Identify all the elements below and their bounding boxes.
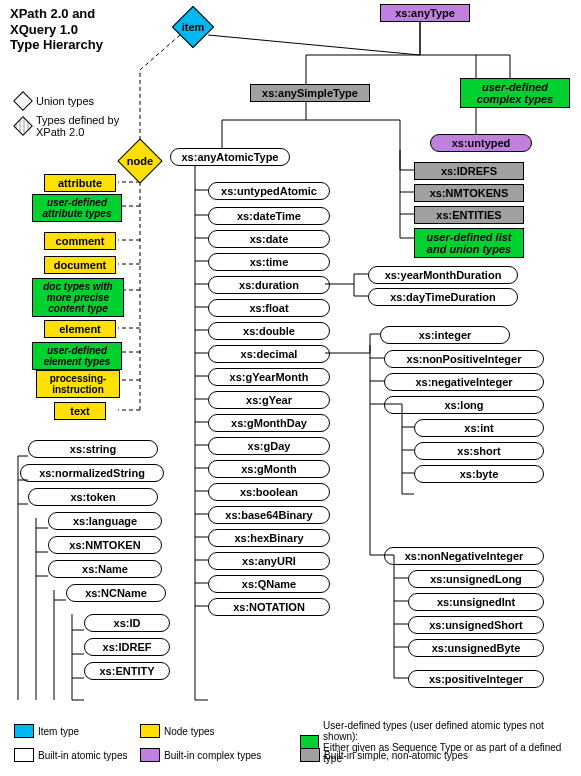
time: xs:time bbox=[208, 253, 330, 271]
gMonth: xs:gMonth bbox=[208, 460, 330, 478]
anySimpleType: xs:anySimpleType bbox=[250, 84, 370, 102]
language: xs:language bbox=[48, 512, 162, 530]
legend-complex: Built-in complex types bbox=[140, 748, 261, 762]
legend-xpath: Types defined by XPath 2.0 bbox=[12, 114, 132, 138]
gYear: xs:gYear bbox=[208, 391, 330, 409]
token: xs:token bbox=[28, 488, 158, 506]
normalizedString: xs:normalizedString bbox=[20, 464, 164, 482]
gYearMonth: xs:gYearMonth bbox=[208, 368, 330, 386]
nmtokens: xs:NMTOKENS bbox=[414, 184, 524, 202]
nonPositiveInteger: xs:nonPositiveInteger bbox=[384, 350, 544, 368]
legend-item: Item type bbox=[14, 724, 79, 738]
NOTATION: xs:NOTATION bbox=[208, 598, 330, 616]
NMTOKEN: xs:NMTOKEN bbox=[48, 536, 162, 554]
boolean: xs:boolean bbox=[208, 483, 330, 501]
dateTime: xs:dateTime bbox=[208, 207, 330, 225]
yearMonthDuration: xs:yearMonthDuration bbox=[368, 266, 518, 284]
user-list-union: user-defined list and union types bbox=[414, 228, 524, 258]
integer: xs:integer bbox=[380, 326, 510, 344]
duration: xs:duration bbox=[208, 276, 330, 294]
legend-union: Union types bbox=[12, 94, 94, 108]
node-proc-instr: processing-instruction bbox=[36, 370, 120, 398]
title: XPath 2.0 andXQuery 1.0Type Hierarchy bbox=[10, 6, 103, 53]
legend-node: Node types bbox=[140, 724, 215, 738]
ID: xs:ID bbox=[84, 614, 170, 632]
Name: xs:Name bbox=[48, 560, 162, 578]
decimal: xs:decimal bbox=[208, 345, 330, 363]
gMonthDay: xs:gMonthDay bbox=[208, 414, 330, 432]
negativeInteger: xs:negativeInteger bbox=[384, 373, 544, 391]
ENTITY: xs:ENTITY bbox=[84, 662, 170, 680]
unsignedByte: xs:unsignedByte bbox=[408, 639, 544, 657]
string: xs:string bbox=[28, 440, 158, 458]
nonNegativeInteger: xs:nonNegativeInteger bbox=[384, 547, 544, 565]
unsignedLong: xs:unsignedLong bbox=[408, 570, 544, 588]
legend-atom: Built-in atomic types bbox=[14, 748, 127, 762]
legend-simple: Built-in simple, non-atomic types bbox=[300, 748, 468, 762]
untyped: xs:untyped bbox=[430, 134, 532, 152]
int: xs:int bbox=[414, 419, 544, 437]
byte: xs:byte bbox=[414, 465, 544, 483]
unsignedShort: xs:unsignedShort bbox=[408, 616, 544, 634]
anyAtomicType: xs:anyAtomicType bbox=[170, 148, 290, 166]
date: xs:date bbox=[208, 230, 330, 248]
NCName: xs:NCName bbox=[66, 584, 166, 602]
user-complex: user-defined complex types bbox=[460, 78, 570, 108]
node-text: text bbox=[54, 402, 106, 420]
unsignedInt: xs:unsignedInt bbox=[408, 593, 544, 611]
node-doc-precise: doc types with more precise content type bbox=[32, 278, 124, 317]
IDREF: xs:IDREF bbox=[84, 638, 170, 656]
anyURI: xs:anyURI bbox=[208, 552, 330, 570]
node-comment: comment bbox=[44, 232, 116, 250]
double: xs:double bbox=[208, 322, 330, 340]
short: xs:short bbox=[414, 442, 544, 460]
float: xs:float bbox=[208, 299, 330, 317]
hexBinary: xs:hexBinary bbox=[208, 529, 330, 547]
dayTimeDuration: xs:dayTimeDuration bbox=[368, 288, 518, 306]
long: xs:long bbox=[384, 396, 544, 414]
QName: xs:QName bbox=[208, 575, 330, 593]
node-document: document bbox=[44, 256, 116, 274]
node-attribute: attribute bbox=[44, 174, 116, 192]
node-element: element bbox=[44, 320, 116, 338]
gDay: xs:gDay bbox=[208, 437, 330, 455]
node-user-elem: user-defined element types bbox=[32, 342, 122, 370]
base64Binary: xs:base64Binary bbox=[208, 506, 330, 524]
entities: xs:ENTITIES bbox=[414, 206, 524, 224]
untypedAtomic: xs:untypedAtomic bbox=[208, 182, 330, 200]
anyType: xs:anyType bbox=[380, 4, 470, 22]
idrefs: xs:IDREFS bbox=[414, 162, 524, 180]
node-user-attr: user-defined attribute types bbox=[32, 194, 122, 222]
positiveInteger: xs:positiveInteger bbox=[408, 670, 544, 688]
